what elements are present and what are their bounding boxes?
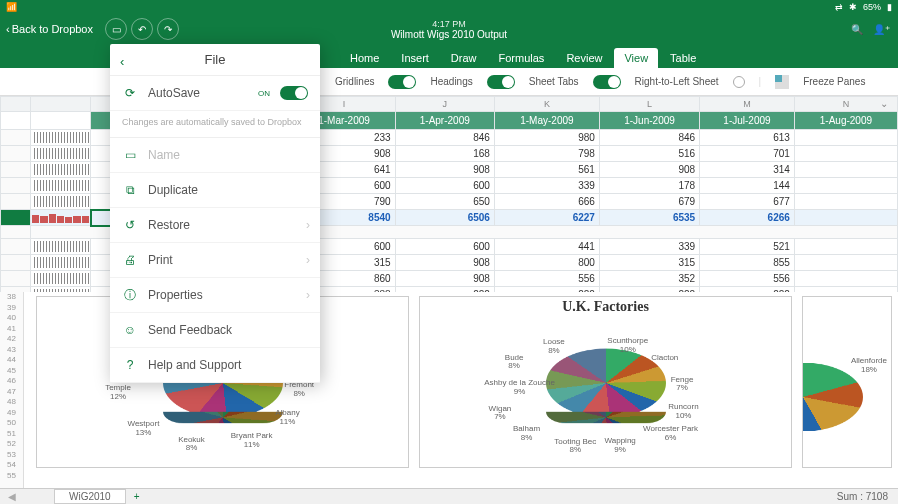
- pie-chart: [546, 349, 666, 418]
- chevron-right-icon: ›: [306, 253, 310, 267]
- tab-home[interactable]: Home: [340, 48, 389, 68]
- autosave-icon: ⟳: [122, 85, 138, 101]
- sheettabs-toggle[interactable]: [593, 75, 621, 89]
- status-bar: ◀ WiG2010 + Sum : 7108: [0, 488, 898, 504]
- expand-ribbon-icon[interactable]: ⌄: [880, 98, 888, 109]
- slice-label: Fremont8%: [284, 381, 314, 399]
- print-icon: 🖨: [122, 252, 138, 268]
- chart-title: U.K. Factories: [560, 297, 651, 317]
- properties-row[interactable]: ⓘProperties›: [110, 278, 320, 313]
- restore-icon: ↺: [122, 217, 138, 233]
- help-row[interactable]: ?Help and Support: [110, 348, 320, 383]
- slice-label: Fenge7%: [671, 376, 694, 394]
- sheettabs-label: Sheet Tabs: [529, 76, 579, 87]
- info-icon: ⓘ: [122, 287, 138, 303]
- undo-icon: ↶: [138, 24, 146, 35]
- slice-label: Runcorn10%: [668, 403, 698, 421]
- share-icon[interactable]: 👤⁺: [873, 24, 890, 35]
- file-menu-title: ‹File: [110, 44, 320, 76]
- headings-toggle[interactable]: [487, 75, 515, 89]
- rtl-radio[interactable]: [733, 76, 745, 88]
- slice-label: Ashby de la Zouche9%: [484, 379, 555, 397]
- slice-label: Bude8%: [505, 354, 524, 372]
- slice-label: Clacton: [651, 354, 678, 363]
- rtl-label: Right-to-Left Sheet: [635, 76, 719, 87]
- sum-display: Sum : 7108: [837, 491, 888, 502]
- title-bar: ‹Back to Dropbox ▭ ↶ ↷ 4:17 PM Wilmott W…: [0, 14, 898, 44]
- page-icon: ▭: [112, 24, 121, 35]
- gridlines-toggle[interactable]: [388, 75, 416, 89]
- tab-draw[interactable]: Draw: [441, 48, 487, 68]
- slice-label: Temple12%: [105, 384, 131, 402]
- slice-label: Worcester Park6%: [643, 425, 698, 443]
- autosave-toggle[interactable]: [280, 86, 308, 100]
- feedback-row[interactable]: ☺Send Feedback: [110, 313, 320, 348]
- slice-label: Scunthorpe10%: [607, 337, 648, 355]
- slice-label: Balham8%: [513, 425, 540, 443]
- autosave-note: Changes are automatically saved to Dropb…: [110, 111, 320, 138]
- search-icon[interactable]: 🔍: [851, 24, 863, 35]
- autosave-row[interactable]: ⟳AutoSaveON: [110, 76, 320, 111]
- name-row: ▭Name: [110, 138, 320, 173]
- freeze-icon: [775, 75, 789, 89]
- file-menu-button[interactable]: ▭: [105, 18, 127, 40]
- add-sheet-button[interactable]: +: [126, 491, 148, 502]
- feedback-icon: ☺: [122, 322, 138, 338]
- slice-label: Westport13%: [127, 420, 159, 438]
- undo-button[interactable]: ↶: [131, 18, 153, 40]
- slice-label: Wigan7%: [489, 405, 512, 423]
- chevron-left-icon[interactable]: ‹: [120, 54, 124, 69]
- file-menu: ‹File ⟳AutoSaveON Changes are automatica…: [110, 44, 320, 383]
- sheet-nav-left[interactable]: ◀: [0, 491, 24, 502]
- slice-label: Wapping9%: [605, 437, 636, 455]
- row-headers: 383940414243444546474849505152535455: [0, 292, 24, 488]
- tab-table[interactable]: Table: [660, 48, 706, 68]
- slice-label: Albany11%: [275, 409, 299, 427]
- rename-icon: ▭: [122, 147, 138, 163]
- redo-icon: ↷: [164, 24, 172, 35]
- tab-view[interactable]: View: [614, 48, 658, 68]
- headings-label: Headings: [430, 76, 472, 87]
- doc-title: 4:17 PM Wilmott Wigs 2010 Output: [391, 19, 507, 40]
- gridlines-label: Gridlines: [335, 76, 374, 87]
- tab-insert[interactable]: Insert: [391, 48, 439, 68]
- print-row[interactable]: 🖨Print›: [110, 243, 320, 278]
- duplicate-row[interactable]: ⧉Duplicate: [110, 173, 320, 208]
- slice-label: Keokuk8%: [178, 436, 205, 454]
- tab-formulas[interactable]: Formulas: [489, 48, 555, 68]
- slice-label: Tooting Bec8%: [554, 438, 596, 456]
- chevron-right-icon: ›: [306, 288, 310, 302]
- back-to-app[interactable]: ‹Back to Dropbox: [0, 23, 99, 35]
- chevron-right-icon: ›: [306, 218, 310, 232]
- duplicate-icon: ⧉: [122, 182, 138, 198]
- chevron-left-icon: ‹: [6, 23, 10, 35]
- restore-row[interactable]: ↺Restore›: [110, 208, 320, 243]
- slice-label: Loose8%: [543, 338, 565, 356]
- ios-status-bar: 📶 ⇄✱65%▮: [0, 0, 898, 14]
- tab-review[interactable]: Review: [556, 48, 612, 68]
- redo-button[interactable]: ↷: [157, 18, 179, 40]
- chart-uk[interactable]: U.K. Factories Scunthorpe10%ClactonFenge…: [419, 296, 792, 468]
- chart-partial[interactable]: Allenforde18%: [802, 296, 892, 468]
- freeze-panes-button[interactable]: Freeze Panes: [803, 76, 865, 87]
- slice-label: Bryant Park11%: [231, 432, 273, 450]
- help-icon: ?: [122, 357, 138, 373]
- sheet-tab[interactable]: WiG2010: [54, 489, 126, 504]
